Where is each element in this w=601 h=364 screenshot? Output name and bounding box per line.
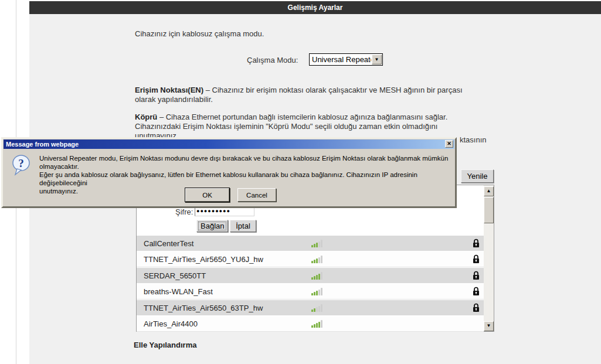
refresh-button[interactable]: Yenile: [461, 169, 494, 183]
scroll-up-icon[interactable]: ▲: [484, 186, 494, 196]
scroll-down-icon[interactable]: ▼: [484, 321, 494, 331]
paragraph-bold: Erişim Noktası(EN): [135, 86, 203, 94]
close-icon[interactable]: ✕: [445, 140, 453, 148]
ok-button[interactable]: OK: [185, 188, 229, 202]
paragraph-access-point: Erişim Noktası(EN) – Cihazınız bir erişi…: [135, 86, 468, 104]
list-scrollbar[interactable]: ▲ ▼: [484, 185, 494, 331]
network-rows: CallCenterTest TTNET_AirTies_Air5650_YU6…: [137, 236, 484, 332]
mode-label: Çalışma Modu:: [247, 56, 298, 64]
signal-bars-icon: [311, 304, 322, 312]
connect-button[interactable]: Bağlan: [196, 220, 228, 232]
message-dialog: Message from webpage ✕ ? Universal Repea…: [1, 137, 457, 208]
manual-config-heading: Elle Yapılandırma: [134, 341, 196, 349]
page-title: Gelişmiş Ayarlar: [29, 1, 601, 14]
paragraph-bold: Köprü: [135, 113, 157, 121]
network-row[interactable]: TTNET_AirTies_Air5650_63TP_hw: [137, 300, 484, 315]
svg-text:?: ?: [18, 157, 24, 169]
occluded-text-fragment: ktasının: [460, 135, 487, 144]
dialog-message-line: Eğer şu anda kablosuz olarak bağlıysanız…: [39, 171, 453, 187]
network-name: TTNET_AirTies_Air5650_63TP_hw: [137, 304, 263, 312]
signal-bars-icon: [311, 288, 322, 295]
dialog-title: Message from webpage: [6, 141, 79, 148]
lock-icon: [473, 271, 480, 283]
mode-select-value: Universal Repeater: [310, 55, 371, 64]
lock-icon: [473, 239, 480, 250]
lock-icon: [473, 254, 480, 266]
network-row[interactable]: CallCenterTest: [137, 236, 484, 251]
screen: Gelişmiş Ayarlar Cihazınız için kablosuz…: [0, 0, 601, 364]
paragraph-bridge: Köprü – Cihaza Ethernet portundan bağlı …: [135, 113, 477, 141]
lock-icon: [473, 287, 480, 298]
network-name: breaths-WLAN_Fast: [137, 287, 213, 296]
network-name: CallCenterTest: [137, 239, 193, 248]
network-name: TTNET_AirTies_Air5650_YU6J_hw: [137, 255, 263, 264]
dialog-message-line: Universal Repeater modu, Erişim Noktası …: [39, 154, 453, 171]
signal-bars-icon: [311, 320, 322, 328]
lock-icon: [473, 303, 480, 315]
signal-bars-icon: [311, 240, 322, 247]
signal-bars-icon: [311, 272, 322, 280]
signal-bars-icon: [311, 256, 322, 263]
paragraph-text: – Cihaza Ethernet portundan bağlı istemc…: [135, 113, 447, 140]
network-name: AirTies_Air4400: [137, 319, 198, 328]
dialog-titlebar[interactable]: Message from webpage ✕: [4, 140, 454, 149]
password-label: Şifre:: [175, 207, 193, 216]
question-balloon-icon: ?: [11, 154, 32, 179]
cancel-connect-button[interactable]: İptal: [230, 220, 256, 232]
network-row[interactable]: breaths-WLAN_Fast: [137, 284, 484, 300]
cancel-button[interactable]: Cancel: [237, 188, 276, 202]
network-row[interactable]: TTNET_AirTies_Air5650_YU6J_hw: [137, 251, 484, 267]
network-name: SERDAR_5650TT: [137, 271, 206, 280]
network-row[interactable]: AirTies_Air4400: [137, 316, 484, 332]
intro-text: Cihazınız için kablosuz çalışma modu.: [135, 29, 264, 38]
network-row[interactable]: SERDAR_5650TT: [137, 268, 484, 283]
scrollbar-thumb[interactable]: [484, 197, 494, 223]
chevron-down-icon[interactable]: ▼: [372, 55, 382, 64]
mode-select[interactable]: Universal Repeater ▼: [309, 53, 383, 66]
